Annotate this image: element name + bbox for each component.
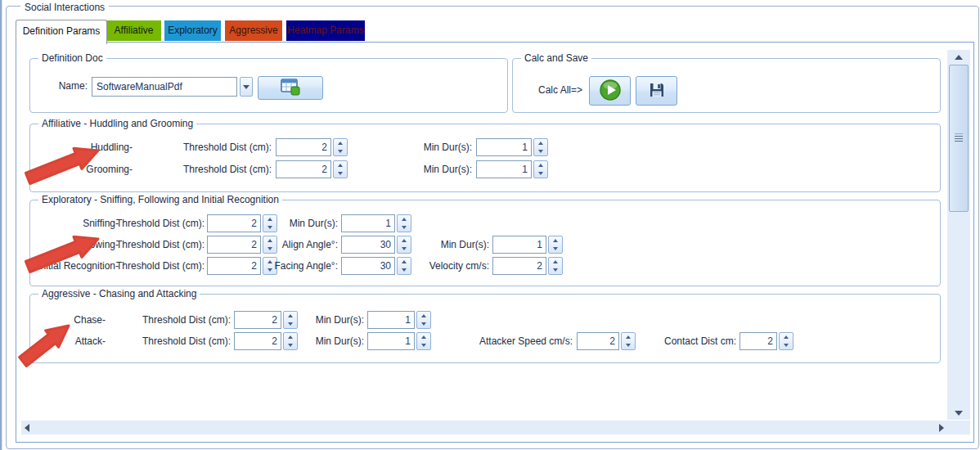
spinner-up-icon[interactable]: [549, 236, 562, 245]
spinner-up-icon[interactable]: [284, 333, 297, 341]
huddling-min-dur-input[interactable]: [476, 138, 532, 156]
spinner-down-icon[interactable]: [534, 147, 547, 155]
attack-threshold-input[interactable]: [234, 332, 281, 350]
huddling-threshold-spinner[interactable]: [276, 138, 348, 156]
spinner-buttons[interactable]: [333, 160, 348, 178]
chase-threshold-input[interactable]: [234, 311, 281, 329]
following-min-dur-spinner[interactable]: [492, 236, 563, 254]
spinner-buttons[interactable]: [333, 138, 348, 156]
spinner-down-icon[interactable]: [334, 147, 347, 155]
calc-all-run-button[interactable]: [589, 76, 631, 106]
contact-dist-spinner[interactable]: [739, 332, 793, 350]
attack-min-dur-spinner[interactable]: [367, 332, 431, 350]
definition-doc-name-combobox[interactable]: SoftwareManualPdf: [92, 77, 237, 97]
attack-min-dur-input[interactable]: [367, 332, 415, 350]
vertical-scrollbar-thumb[interactable]: [949, 65, 969, 212]
tab-exploratory[interactable]: Exploratory: [164, 20, 221, 41]
scroll-up-icon[interactable]: [947, 50, 970, 64]
spinner-down-icon[interactable]: [549, 245, 562, 253]
spinner-down-icon[interactable]: [398, 223, 411, 232]
spinner-down-icon[interactable]: [284, 341, 297, 349]
combobox-dropdown-icon[interactable]: [240, 77, 253, 97]
spinner-down-icon[interactable]: [549, 266, 562, 274]
vertical-scrollbar[interactable]: [947, 50, 970, 420]
following-align-angle-input[interactable]: [341, 236, 395, 254]
attacker-speed-spinner[interactable]: [577, 332, 636, 350]
horizontal-scrollbar[interactable]: [21, 421, 970, 434]
tab-definition-params[interactable]: Definition Params: [16, 20, 107, 44]
attack-threshold-spinner[interactable]: [234, 332, 298, 350]
scroll-right-icon[interactable]: [939, 421, 944, 434]
grooming-threshold-spinner[interactable]: [276, 160, 348, 178]
facing-angle-spinner[interactable]: [341, 257, 411, 275]
definition-doc-title: Definition Doc: [38, 52, 106, 64]
spinner-buttons[interactable]: [548, 257, 563, 275]
spinner-buttons[interactable]: [283, 311, 298, 329]
sniffing-min-dur-input[interactable]: [341, 214, 395, 232]
following-min-dur-input[interactable]: [492, 236, 546, 254]
grooming-min-dur-spinner[interactable]: [476, 160, 548, 178]
spinner-up-icon[interactable]: [622, 333, 635, 341]
tab-heatmap-params[interactable]: Heatmap Params: [286, 20, 365, 41]
load-definition-doc-button[interactable]: [258, 76, 323, 100]
initial-recognition-threshold-input[interactable]: [207, 257, 261, 275]
affiliative-group-title: Affiliative - Huddling and Grooming: [38, 118, 196, 129]
spinner-buttons[interactable]: [533, 138, 548, 156]
following-threshold-input[interactable]: [207, 236, 261, 254]
spinner-buttons[interactable]: [779, 332, 793, 350]
chase-min-dur-input[interactable]: [367, 311, 415, 329]
spinner-buttons[interactable]: [533, 160, 548, 178]
save-button[interactable]: [636, 76, 677, 106]
contact-dist-input[interactable]: [739, 332, 777, 350]
spinner-up-icon[interactable]: [534, 161, 547, 169]
spinner-buttons[interactable]: [283, 332, 298, 350]
chase-threshold-spinner[interactable]: [234, 311, 298, 329]
spinner-down-icon[interactable]: [417, 341, 430, 349]
sniffing-threshold-label: Threshold Dist (cm):: [116, 218, 205, 230]
grooming-min-dur-input[interactable]: [476, 160, 532, 178]
spinner-up-icon[interactable]: [417, 333, 430, 341]
spinner-up-icon[interactable]: [334, 161, 347, 169]
following-align-angle-spinner[interactable]: [341, 236, 411, 254]
tab-aggressive[interactable]: Aggressive: [225, 20, 282, 41]
following-threshold-label: Threshold Dist (cm):: [116, 239, 205, 251]
spinner-down-icon[interactable]: [780, 341, 793, 349]
play-icon: [599, 79, 622, 104]
sniffing-label: Sniffing-: [30, 218, 119, 230]
spinner-buttons[interactable]: [397, 214, 411, 232]
huddling-threshold-label: Threshold Dist (cm):: [178, 142, 272, 154]
attacker-speed-input[interactable]: [577, 332, 619, 350]
spinner-up-icon[interactable]: [417, 312, 430, 320]
velocity-label: Velocity cm/s:: [407, 260, 489, 272]
spinner-up-icon[interactable]: [549, 258, 562, 266]
spinner-down-icon[interactable]: [334, 169, 347, 178]
velocity-spinner[interactable]: [492, 257, 563, 275]
spinner-down-icon[interactable]: [284, 320, 297, 328]
huddling-threshold-input[interactable]: [276, 138, 331, 156]
spinner-buttons[interactable]: [548, 236, 563, 254]
red-arrow-annotation-aggressive: [16, 319, 74, 372]
facing-angle-input[interactable]: [341, 257, 395, 275]
affiliative-groupbox: Affiliative - Huddling and Grooming Hudd…: [29, 124, 941, 192]
spinner-up-icon[interactable]: [334, 139, 347, 147]
tab-affiliative[interactable]: Affiliative: [106, 20, 161, 41]
huddling-min-dur-spinner[interactable]: [476, 138, 548, 156]
spinner-up-icon[interactable]: [780, 333, 793, 341]
spinner-up-icon[interactable]: [284, 312, 297, 320]
grooming-threshold-input[interactable]: [276, 160, 331, 178]
spinner-buttons[interactable]: [621, 332, 636, 350]
sniffing-threshold-input[interactable]: [207, 214, 261, 232]
spinner-buttons[interactable]: [416, 311, 431, 329]
spinner-down-icon[interactable]: [534, 169, 547, 178]
spinner-down-icon[interactable]: [417, 320, 430, 328]
sniffing-min-dur-spinner[interactable]: [341, 214, 411, 232]
spinner-up-icon[interactable]: [398, 215, 411, 223]
spinner-down-icon[interactable]: [622, 341, 635, 349]
scroll-down-icon[interactable]: [947, 406, 970, 420]
velocity-input[interactable]: [492, 257, 546, 275]
spinner-up-icon[interactable]: [534, 139, 547, 147]
spinner-buttons[interactable]: [416, 332, 431, 350]
chase-min-dur-spinner[interactable]: [367, 311, 431, 329]
grooming-min-dur-label: Min Dur(s):: [411, 164, 472, 176]
scroll-left-icon[interactable]: [25, 421, 29, 434]
